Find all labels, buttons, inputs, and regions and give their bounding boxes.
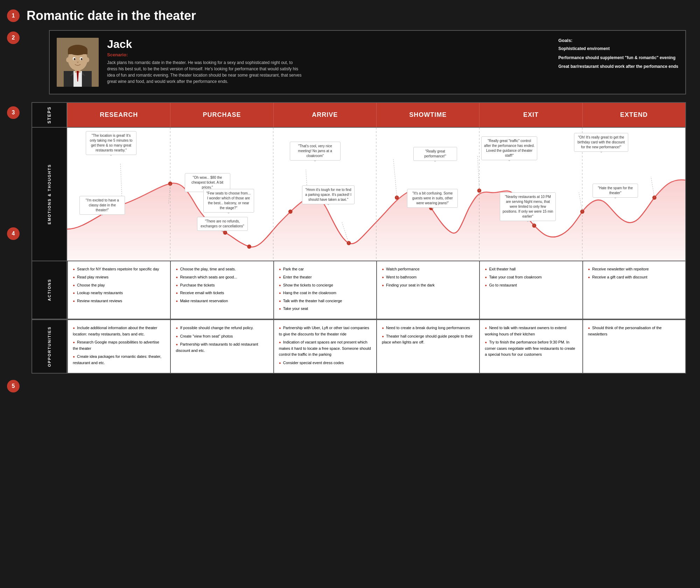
opp-purchase: If possible should change the refund pol…: [170, 319, 273, 373]
list-item: Go to restaurant: [485, 282, 577, 289]
list-item: Need to create a break during long perfo…: [382, 325, 474, 331]
svg-point-11: [66, 57, 70, 62]
list-item: Take your coat from cloakroom: [485, 274, 577, 281]
list-item: Receive email with tickets: [176, 290, 268, 296]
list-item: Review restaurant reviews: [73, 298, 165, 304]
list-item: Include additional information about the…: [73, 325, 165, 337]
section-number-3: 3: [7, 106, 20, 119]
svg-line-43: [579, 192, 582, 212]
svg-point-24: [247, 245, 251, 249]
list-item: Talk with the theater hall concierge: [279, 298, 371, 304]
thought-7: "Hmm it's tough for me to find a parking…: [302, 185, 355, 204]
svg-point-25: [288, 210, 293, 214]
list-item: Read play reviews: [73, 274, 165, 281]
goal-item: Great bar/restaurant should work after t…: [558, 63, 678, 71]
list-item: Indication of vacant spaces are not pres…: [279, 339, 371, 358]
list-item: Purchase the tickets: [176, 282, 268, 289]
opp-purchase-list: If possible should change the refund pol…: [176, 325, 268, 354]
opp-extend: Should think of the personalisation of t…: [582, 319, 685, 373]
section-number-4: 4: [7, 227, 20, 240]
list-item: Need to talk with restaurant owners to e…: [485, 325, 577, 337]
persona-card: Jack Scenario: Jack plans his romantic d…: [49, 30, 686, 94]
goal-item: Sophisticated enviroment: [558, 45, 678, 53]
step-exit-label: EXIT: [523, 111, 539, 119]
opp-exit-list: Need to talk with restaurant owners to e…: [485, 325, 577, 358]
actions-row: ACTIONS Search for NY theaters repetoire…: [32, 261, 685, 319]
step-arrive-label: ARRIVE: [312, 111, 338, 119]
section-number-2: 2: [7, 31, 20, 44]
list-item: Research Google maps possibilities to ad…: [73, 339, 165, 352]
list-item: Park the car: [279, 266, 371, 272]
step-research-label: RESEARCH: [100, 111, 138, 119]
list-item: Show the tickets to concierge: [279, 282, 371, 289]
thought-4: "Few seats to choose from... I wonder wh…: [203, 189, 254, 213]
emotions-row: EMOTIONS & THOUGHTS: [32, 128, 685, 261]
action-exit-list: Exit theater hall Take your coat from cl…: [485, 266, 577, 288]
list-item: Choose the play: [73, 282, 165, 289]
opp-showtime: Need to create a break during long perfo…: [376, 319, 479, 373]
list-item: Hang the coat in the cloakroom: [279, 290, 371, 296]
svg-point-28: [395, 196, 399, 200]
list-item: Try to finish the perfomance before 9:30…: [485, 339, 577, 358]
step-purchase: PURCHASE: [170, 103, 273, 128]
list-item: Finding your seat in the dark: [382, 282, 474, 289]
thought-6: "That's cool, very nice meeting! No jams…: [290, 142, 341, 161]
action-extend: Receive newsletter with repeitore Receiv…: [582, 261, 685, 319]
svg-point-9: [74, 58, 76, 60]
opportunities-label: OPPORTUNITIES: [47, 326, 51, 367]
thought-5: "There are no refunds, exchanges or canc…: [197, 217, 248, 231]
emotions-label: EMOTIONS & THOUGHTS: [47, 164, 51, 224]
avatar: [57, 38, 99, 87]
scenario-label: Scenario:: [107, 52, 550, 57]
svg-line-44: [651, 177, 654, 198]
step-showtime: SHOWTIME: [376, 103, 479, 128]
list-item: Watch performance: [382, 266, 474, 272]
section-number-1: 1: [7, 9, 20, 22]
opp-extend-list: Should think of the personalisation of t…: [588, 325, 680, 337]
action-arrive-list: Park the car Enter the theater Show the …: [279, 266, 371, 312]
opportunities-row: OPPORTUNITIES Include additional informa…: [32, 319, 685, 373]
opp-research-list: Include additional information about the…: [73, 325, 165, 366]
thought-8: "It's a bit confusing. Some guests were …: [407, 189, 458, 208]
list-item: Partnership with restaurants to add rest…: [176, 341, 268, 354]
opportunities-label-cell: OPPORTUNITIES: [32, 319, 67, 373]
actions-label: ACTIONS: [47, 279, 51, 301]
list-item: Partnership with Uber, Lyft or other tax…: [279, 325, 371, 337]
action-exit: Exit theater hall Take your coat from cl…: [479, 261, 582, 319]
action-showtime-list: Watch performance Went to bathroom Findi…: [382, 266, 474, 288]
action-research-list: Search for NY theaters repetoire for spe…: [73, 266, 165, 304]
list-item: Take your seat: [279, 306, 371, 312]
persona-goals: Goals: Sophisticated enviromentPerforman…: [558, 38, 678, 87]
list-item: Make restaurant reservation: [176, 298, 268, 304]
thought-1: "The location is great! It's only taking…: [86, 131, 136, 155]
opp-exit: Need to talk with restaurant owners to e…: [479, 319, 582, 373]
svg-rect-6: [68, 50, 88, 54]
list-item: Consider special event dress codes: [279, 360, 371, 366]
list-item: Receive newsletter with repeitore: [588, 266, 680, 272]
steps-label-cell: STEPS: [32, 103, 67, 128]
goals-list: Sophisticated enviromentPerformance shou…: [558, 45, 678, 71]
list-item: Create "view from seat" photos: [176, 333, 268, 340]
list-item: Exit theater hall: [485, 266, 577, 272]
list-item: If possible should change the refund pol…: [176, 325, 268, 331]
list-item: Create idea packages for romantic dates:…: [73, 354, 165, 366]
header-section: 1 Romantic date in the theater: [0, 0, 700, 30]
list-item: Receive a gift card with discount: [588, 274, 680, 281]
action-research: Search for NY theaters repetoire for spe…: [67, 261, 170, 319]
thought-10: "Really great "traffic" control after th…: [481, 136, 537, 160]
goal-item: Performance should supplement "fun & rom…: [558, 54, 678, 62]
step-showtime-label: SHOWTIME: [409, 111, 447, 119]
list-item: Choose the play, time and seats.: [176, 266, 268, 272]
steps-label: STEPS: [47, 106, 52, 123]
step-extend: EXTEND: [582, 103, 685, 128]
thought-9: "Really great performance!": [413, 147, 457, 161]
persona-section-wrapper: 2: [7, 30, 693, 94]
list-item: Enter the theater: [279, 274, 371, 281]
step-arrive: ARRIVE: [273, 103, 376, 128]
action-purchase: Choose the play, time and seats. Researc…: [170, 261, 273, 319]
opp-arrive-list: Partnership with Uber, Lyft or other tax…: [279, 325, 371, 366]
svg-line-41: [477, 156, 479, 191]
svg-point-12: [86, 57, 89, 62]
list-item: Lookup nearby restaurants: [73, 290, 165, 296]
svg-line-39: [393, 159, 397, 198]
